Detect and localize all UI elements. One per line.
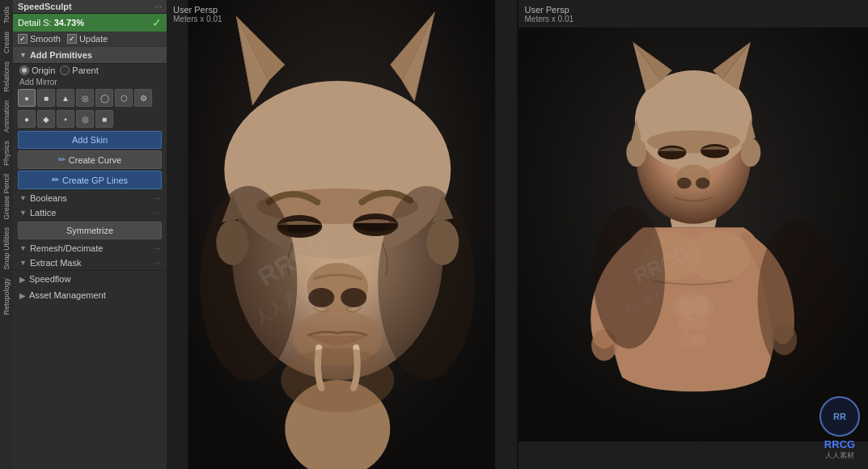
speedflow-label: Speedflow bbox=[29, 274, 70, 284]
detail-label: Detail S: 34.73% bbox=[18, 18, 84, 27]
sidebar-tab-animation[interactable]: Animation bbox=[1, 97, 12, 136]
viewport-right-label: User Persp Meters x 0.01 bbox=[525, 5, 574, 23]
gp-icon: ✏ bbox=[52, 175, 59, 185]
remesh-arrow: ▼ bbox=[19, 244, 27, 252]
svg-point-44 bbox=[626, 138, 646, 167]
ring-btn[interactable]: ⬡ bbox=[115, 89, 133, 107]
icon-btn-8[interactable]: ● bbox=[18, 110, 36, 128]
speedflow-row[interactable]: ▶ Speedflow bbox=[13, 270, 167, 287]
lattice-dots: ··· bbox=[154, 209, 160, 218]
remesh-row[interactable]: ▼ Remesh/Decimate ··· bbox=[18, 243, 162, 254]
icon-btn-9[interactable]: ◆ bbox=[37, 110, 55, 128]
sidebar-tab-grease[interactable]: Grease Pencil bbox=[1, 171, 12, 223]
svg-point-52 bbox=[676, 177, 691, 188]
lattice-row[interactable]: ▼ Lattice ··· bbox=[18, 207, 162, 218]
icon-grid-2: ● ◆ ▪ ◎ ■ bbox=[13, 108, 167, 129]
sidebar-tab-retopo[interactable]: Retopology bbox=[1, 275, 12, 319]
extract-mask-row[interactable]: ▼ Extract Mask ··· bbox=[18, 257, 162, 268]
sidebar-tab-create[interactable]: Create bbox=[1, 28, 12, 57]
viewport-left[interactable]: User Persp Meters x 0.01 bbox=[167, 0, 517, 469]
sidebar-tab-snap[interactable]: Snap Utilities bbox=[1, 224, 12, 273]
lattice-section: ▼ Lattice ··· bbox=[13, 205, 167, 220]
rrcg-overlay: RR RRCG 人人素材 bbox=[819, 396, 860, 461]
add-mirror-text: Add Mirror bbox=[13, 77, 167, 87]
remesh-section: ▼ Remesh/Decimate ··· bbox=[13, 241, 167, 256]
extract-mask-section: ▼ Extract Mask ··· bbox=[13, 256, 167, 270]
oval-btn[interactable]: ◯ bbox=[95, 89, 113, 107]
lattice-label: Lattice bbox=[30, 208, 150, 218]
rrcg-sub: 人人素材 bbox=[825, 450, 854, 461]
icon-btn-10[interactable]: ▪ bbox=[57, 110, 74, 128]
panel-content: ▼ Add Primitives Origin Parent Add Mirro… bbox=[13, 46, 167, 469]
icon-btn-12[interactable]: ■ bbox=[95, 110, 113, 128]
booleans-section: ▼ Booleans ··· bbox=[13, 191, 167, 205]
svg-point-19 bbox=[341, 288, 366, 307]
svg-point-35 bbox=[691, 333, 706, 348]
create-gp-lines-btn[interactable]: ✏ Create GP Lines bbox=[18, 171, 162, 189]
extract-mask-label: Extract Mask bbox=[30, 258, 150, 268]
svg-point-50 bbox=[701, 144, 729, 158]
origin-radio[interactable]: Origin bbox=[19, 65, 55, 75]
speedflow-arrow: ▶ bbox=[19, 275, 26, 284]
rrcg-circle-text: RR bbox=[833, 412, 846, 421]
booleans-row[interactable]: ▼ Booleans ··· bbox=[18, 192, 162, 204]
create-curve-btn[interactable]: ✏ Create Curve bbox=[18, 150, 162, 169]
sidebar-tabs: Tools Create Relations Animation Physics… bbox=[0, 0, 13, 469]
sidebar-tab-tools[interactable]: Tools bbox=[1, 3, 12, 27]
sidebar-tab-relations[interactable]: Relations bbox=[1, 58, 12, 95]
svg-point-49 bbox=[658, 146, 686, 160]
lattice-arrow: ▼ bbox=[19, 209, 27, 217]
update-checkbox[interactable] bbox=[67, 34, 77, 44]
sidebar-tab-physics[interactable]: Physics bbox=[1, 137, 12, 169]
symmetrize-btn[interactable]: Symmetrize bbox=[18, 222, 162, 239]
torus-btn[interactable]: ◎ bbox=[76, 89, 94, 107]
svg-point-46 bbox=[740, 138, 760, 167]
parent-radio[interactable]: Parent bbox=[60, 65, 98, 75]
asset-arrow: ▶ bbox=[19, 291, 26, 300]
cone-btn[interactable]: ▲ bbox=[57, 89, 74, 107]
booleans-arrow: ▼ bbox=[19, 194, 27, 202]
update-checkbox-label[interactable]: Update bbox=[67, 34, 108, 44]
detail-bar[interactable]: Detail S: 34.73% ✓ bbox=[13, 14, 167, 32]
remesh-label: Remesh/Decimate bbox=[30, 243, 150, 253]
cube-btn[interactable]: ■ bbox=[37, 89, 55, 107]
rrcg-brand: RRCG bbox=[824, 438, 855, 450]
add-skin-btn[interactable]: Add Skin bbox=[18, 131, 162, 149]
svg-point-53 bbox=[695, 177, 709, 188]
plugin-header: SpeedSculpt ··· bbox=[13, 0, 167, 14]
viewports-container: User Persp Meters x 0.01 bbox=[167, 0, 868, 469]
extract-mask-arrow: ▼ bbox=[19, 259, 27, 267]
add-primitives-label: Add Primitives bbox=[30, 50, 92, 60]
remesh-dots: ··· bbox=[154, 244, 160, 253]
svg-point-22 bbox=[378, 186, 475, 380]
curve-icon: ✏ bbox=[58, 154, 66, 165]
cylinder-btn[interactable]: ⚙ bbox=[134, 89, 152, 107]
left-panel: SpeedSculpt ··· Detail S: 34.73% ✓ Smoot… bbox=[13, 0, 167, 469]
creature-body-svg: RRCG 人人素材 bbox=[519, 0, 869, 469]
svg-point-28 bbox=[686, 231, 750, 281]
parent-dot bbox=[60, 65, 70, 75]
extract-mask-dots: ··· bbox=[154, 259, 160, 268]
origin-dot bbox=[19, 65, 29, 75]
creature-head-svg: RRCG 人人素材 bbox=[167, 0, 517, 469]
sphere-btn[interactable]: ● bbox=[18, 89, 36, 107]
asset-label: Asset Management bbox=[29, 290, 106, 300]
add-primitives-header[interactable]: ▼ Add Primitives bbox=[13, 46, 167, 64]
header-dots: ··· bbox=[155, 2, 162, 11]
booleans-dots: ··· bbox=[154, 194, 160, 203]
viewport-right[interactable]: User Persp Meters x 0.01 bbox=[519, 0, 869, 469]
smooth-checkbox-label[interactable]: Smooth bbox=[18, 34, 61, 44]
smooth-checkbox[interactable] bbox=[18, 34, 28, 44]
icon-btn-11[interactable]: ◎ bbox=[76, 110, 94, 128]
smooth-update-row: Smooth Update bbox=[13, 32, 167, 46]
icon-grid-1: ● ■ ▲ ◎ ◯ ⬡ ⚙ bbox=[13, 87, 167, 108]
booleans-label: Booleans bbox=[30, 193, 150, 203]
check-icon[interactable]: ✓ bbox=[152, 16, 162, 29]
viewport-left-label: User Persp Meters x 0.01 bbox=[173, 5, 222, 23]
svg-point-23 bbox=[281, 348, 394, 412]
svg-point-33 bbox=[692, 315, 709, 332]
svg-point-31 bbox=[692, 296, 709, 316]
svg-point-55 bbox=[757, 220, 836, 377]
asset-management-row[interactable]: ▶ Asset Management bbox=[13, 287, 167, 303]
rrcg-circle: RR bbox=[819, 396, 860, 437]
